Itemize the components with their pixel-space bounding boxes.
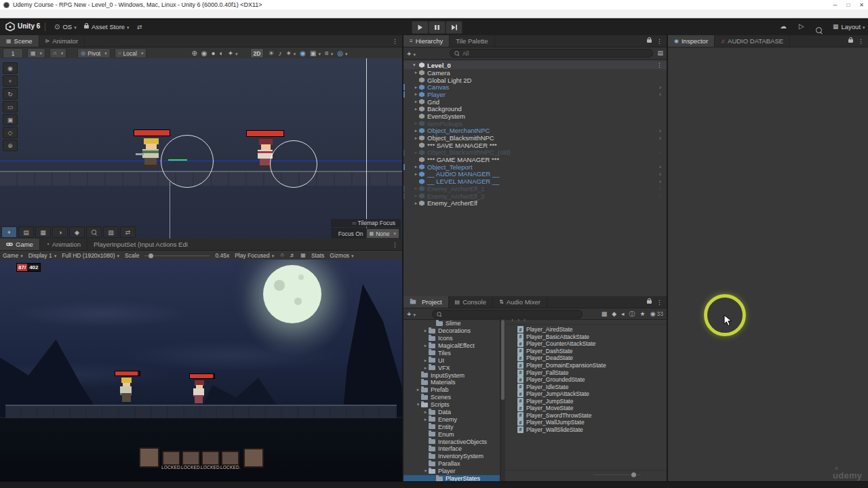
project-folder-row[interactable]: InputSystem <box>403 371 500 379</box>
project-scrollbar[interactable] <box>500 319 505 481</box>
move-tool-button[interactable]: + <box>3 75 18 87</box>
game-display-mode-dropdown[interactable]: Game <box>3 252 23 259</box>
maximize-button[interactable]: □ <box>846 2 850 8</box>
file-row[interactable]: # Player_SwordThrowState <box>505 412 667 420</box>
cloud-icon[interactable]: ☁ <box>780 23 787 30</box>
hierarchy-item[interactable]: ▸ Object_BlacksmithNPC › <box>403 134 667 142</box>
hierarchy-item[interactable]: ▸ Player › <box>403 91 667 98</box>
file-row[interactable]: # Player_IdleState <box>505 383 667 390</box>
scale-slider-handle[interactable] <box>149 253 153 258</box>
thumbnail-zoom-slider[interactable] <box>631 472 636 477</box>
rotate-tool-button[interactable]: ↻ <box>3 88 18 100</box>
tab-audio-database[interactable]: ♫ AUDIO DATABASE <box>715 35 790 47</box>
play-button[interactable] <box>412 21 429 34</box>
project-folder-row[interactable]: PlayerStates <box>403 475 500 481</box>
hierarchy-item[interactable]: ▸ Object_BlacksmithNPC_(old) › <box>403 149 667 157</box>
project-folder-row[interactable]: Materials <box>403 379 500 386</box>
shadow-icon[interactable]: ◐ <box>220 50 224 57</box>
tab-game[interactable]: Game <box>0 239 40 250</box>
file-row[interactable]: # Player_DashState <box>505 348 667 355</box>
tilemap-erase-button[interactable] <box>86 226 102 238</box>
project-folder-row[interactable]: ▸ Data <box>403 409 500 416</box>
file-row[interactable]: # Player_JumpAttackState <box>505 390 667 398</box>
breadcrumb-item[interactable] <box>509 317 513 323</box>
visibility-icon[interactable]: ◉ <box>300 50 306 57</box>
hierarchy-item[interactable]: ▸ Object_MerchantNPC › <box>403 127 667 135</box>
asset-store-button[interactable]: Asset Store <box>80 21 134 33</box>
project-folder-row[interactable]: Scenes <box>403 394 500 401</box>
file-row[interactable]: # Player_GroundedState <box>505 376 667 384</box>
file-row[interactable]: # Player_BasicAttackState <box>505 333 667 341</box>
hierarchy-item[interactable]: ▸ Enemy_ArcherElf_2 › <box>403 192 667 200</box>
mode-2d-toggle[interactable]: 2D <box>250 48 264 58</box>
hierarchy-item[interactable]: ▸ Object_Teleport › <box>403 163 667 171</box>
tab-animator[interactable]: ⊳ Animator <box>39 35 85 47</box>
camera-dropdown-icon[interactable]: ▣ <box>310 50 321 57</box>
game-gizmos-dropdown[interactable]: Gizmos <box>330 252 353 259</box>
tilemap-select-button[interactable]: + <box>1 226 17 238</box>
project-folder-row[interactable]: InventorySystem <box>403 453 500 460</box>
hierarchy-item[interactable]: __ LEVEL MANAGER __ › <box>403 178 667 185</box>
minimize-button[interactable]: ─ <box>833 2 837 8</box>
multiplayer-icon[interactable]: ⇄ <box>137 24 142 30</box>
pause-button[interactable] <box>429 21 446 34</box>
project-folder-row[interactable]: ▾ Scripts <box>403 401 500 409</box>
step-button[interactable] <box>446 21 462 34</box>
file-row[interactable]: # Player_DeadState <box>505 354 667 362</box>
tab-inspector[interactable]: ◉ Inspector <box>668 35 715 47</box>
tab-player-input-set[interactable]: PlayerInputSet (Input Actions Edi <box>87 239 194 250</box>
file-row[interactable]: # Player_JumpState <box>505 397 667 405</box>
project-scrollbar-thumb[interactable] <box>501 320 505 400</box>
hierarchy-item[interactable]: EventSystem <box>403 113 667 120</box>
project-folder-row[interactable]: ▸ Prefab <box>403 386 500 394</box>
tilemap-picker-button[interactable]: ◆ <box>69 226 85 238</box>
hierarchy-item[interactable]: Global Light 2D <box>403 77 667 84</box>
focus-on-dropdown[interactable]: ▦ None <box>366 228 399 239</box>
resolution-dropdown[interactable]: Full HD (1920x1080) <box>62 252 119 259</box>
gizmos-target-icon[interactable]: ◎ <box>337 50 347 57</box>
project-folder-row[interactable]: ▸ VFX <box>403 364 500 371</box>
project-folder-row[interactable]: Enum <box>403 430 500 438</box>
hierarchy-item[interactable]: ▸ Camera <box>403 69 667 77</box>
tab-console[interactable]: ▤ Console <box>449 296 493 308</box>
project-folder-row[interactable]: Interface <box>403 445 500 453</box>
hierarchy-search-input[interactable]: All <box>450 49 654 58</box>
scene-viewport[interactable]: ◉ + ↻ ▭ ▣ ◇ ⊕ + ▤ ▦ ◑ ◆ ▨ ⇄ <box>0 58 402 239</box>
draw-mode-icon[interactable]: ⊕ <box>191 50 197 57</box>
scene-menu-kebab[interactable]: ⋮ <box>392 38 398 45</box>
panel-lock-icon[interactable] <box>647 39 652 43</box>
project-create-button[interactable]: + <box>407 310 416 318</box>
tilemap-box-button[interactable]: ▨ <box>103 226 119 238</box>
project-folder-row[interactable]: ▸ UI <box>403 357 500 364</box>
inspector-lock-icon[interactable] <box>848 39 853 43</box>
project-folder-row[interactable]: Slime <box>403 320 500 327</box>
inspector-menu-kebab[interactable]: ⋮ <box>858 38 864 45</box>
history-icon[interactable]: ▷︎ <box>799 23 804 30</box>
custom-tool-button[interactable]: ⊕ <box>3 140 18 151</box>
hierarchy-item[interactable]: ▸ ItemPickups <box>403 120 667 127</box>
scale-slider[interactable] <box>144 252 210 259</box>
close-button[interactable]: ✕ <box>859 2 864 8</box>
tilemap-rotate-button[interactable]: ⇄ <box>120 226 136 238</box>
os-dropdown[interactable]: ⊙ OS <box>50 21 81 33</box>
display-dropdown[interactable]: Display 1 <box>28 252 56 259</box>
effects-dropdown-icon[interactable]: ✶ <box>285 50 296 57</box>
project-folder-row[interactable]: InteractiveObjects <box>403 438 500 445</box>
file-row[interactable]: # Player_WallJumpState <box>505 419 667 426</box>
tilemap-paint-button[interactable]: ▦ <box>35 226 51 238</box>
file-row[interactable]: # Player_AiredState <box>505 326 667 333</box>
search-icon[interactable] <box>816 27 822 33</box>
metrics-dropdown-icon[interactable]: ≡ <box>325 50 333 57</box>
rect-tool-button[interactable]: ▣ <box>3 114 18 125</box>
tab-audio-mixer[interactable]: ⇅ Audio Mixer <box>493 296 547 308</box>
lighting-toggle-icon[interactable]: ☀ <box>268 50 274 57</box>
tab-tile-palette[interactable]: Tile Palette <box>450 35 494 47</box>
game-viewport[interactable]: 87/ 402 LOCKED. <box>0 260 402 481</box>
view-tool-button[interactable]: ◉ <box>3 62 18 74</box>
capture-icon[interactable]: ☃︎ <box>279 253 284 258</box>
project-folder-row[interactable]: Entity <box>403 423 500 430</box>
hierarchy-item[interactable]: ▸ Canvas › <box>403 83 667 91</box>
tab-hierarchy[interactable]: ≡ Hierarchy <box>403 35 450 47</box>
hierarchy-item[interactable]: *** GAME MANAGER *** <box>403 156 667 163</box>
hierarchy-item[interactable]: ▸ Enemy_ArcherElf <box>403 199 667 207</box>
